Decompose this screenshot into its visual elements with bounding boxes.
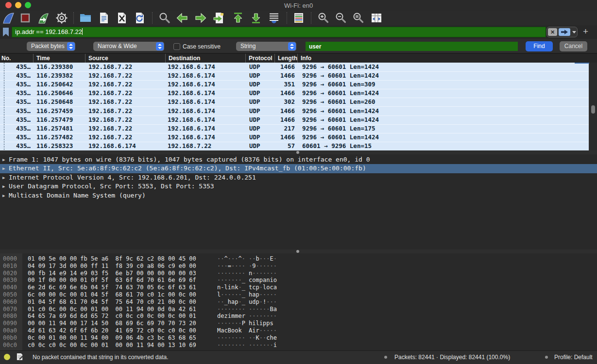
capture-stop-icon[interactable] <box>19 12 32 24</box>
expert-info-icon[interactable] <box>4 354 10 360</box>
detail-row[interactable]: ▶Frame 1: 1047 bytes on wire (8376 bits)… <box>0 155 597 164</box>
pane-splitter[interactable] <box>0 150 597 154</box>
scrollbar-thumb[interactable] <box>591 105 595 114</box>
zoom-in-icon[interactable] <box>317 12 329 24</box>
cell-protocol: UDP <box>249 98 271 106</box>
cell-info: 9296 → 60601 Len=1424 <box>302 89 586 98</box>
cell-protocol: UDP <box>249 142 271 150</box>
expand-triangle-icon[interactable]: ▶ <box>2 155 5 164</box>
column-header-source[interactable]: Source <box>85 54 165 63</box>
cell-destination: 192.168.6.174 <box>168 107 240 116</box>
hex-row[interactable]: 00a04d 61 63 42 6f 6f 6b 20 41 69 72 c0 … <box>0 327 597 334</box>
go-last-icon[interactable] <box>250 12 262 24</box>
search-type-select[interactable]: String <box>236 42 296 51</box>
packet-row[interactable]: 435…116.239380192.168.7.22192.168.6.174U… <box>0 63 589 72</box>
zoom-out-icon[interactable] <box>334 12 347 24</box>
column-header-info[interactable]: Info <box>297 54 589 63</box>
hex-row[interactable]: 00b00c 00 01 00 00 11 94 00 09 06 4b c3 … <box>0 334 597 342</box>
search-width-select[interactable]: Narrow & Wide <box>93 42 164 51</box>
packet-row[interactable]: 435…116.257479192.168.7.22192.168.6.174U… <box>0 116 589 125</box>
hex-offset: 0040 <box>3 284 17 291</box>
packet-row[interactable]: 435…116.257482192.168.7.22192.168.6.174U… <box>0 133 589 142</box>
cell-source: 192.168.7.22 <box>88 71 161 80</box>
hex-row[interactable]: 006001 04 5f 68 61 70 04 5f 75 64 70 c0 … <box>0 298 597 306</box>
expand-triangle-icon[interactable]: ▶ <box>2 164 5 173</box>
detail-row-selected[interactable]: ▶Ethernet II, Src: 5e:a6:8f:9c:62:c2 (5e… <box>0 164 597 173</box>
filter-clear-button[interactable]: ✕ <box>548 28 557 36</box>
hex-ascii: dezimmer ········ <box>217 313 277 320</box>
expand-triangle-icon[interactable]: ▶ <box>2 182 5 191</box>
hex-row[interactable]: 00506c 00 00 0c 00 01 04 5f 68 61 70 c0 … <box>0 291 597 298</box>
pane-splitter[interactable] <box>0 249 597 253</box>
packet-list-scrollbar[interactable] <box>589 63 597 150</box>
packet-row[interactable]: 435…116.257459192.168.7.22192.168.6.174U… <box>0 107 589 116</box>
window-title: Wi-Fi: en0 <box>0 2 597 9</box>
go-back-icon[interactable] <box>176 12 188 24</box>
hex-row[interactable]: 001004 09 17 3d 00 00 ff 11 f8 39 c0 a8 … <box>0 263 597 270</box>
go-to-packet-icon[interactable] <box>213 12 225 24</box>
packet-bytes-pane[interactable]: 000001 00 5e 00 00 fb 5e a6 8f 9c 62 c2 … <box>0 253 597 350</box>
detail-text: Ethernet II, Src: 5e:a6:8f:9c:62:c2 (5e:… <box>9 165 366 172</box>
detail-row[interactable]: ▶Multicast Domain Name System (query) <box>0 191 597 200</box>
search-scope-select[interactable]: Packet bytes <box>27 42 75 51</box>
go-forward-icon[interactable] <box>194 12 207 24</box>
hex-bytes: 00 fb 14 e9 14 e9 03 f5 6e b7 00 00 00 0… <box>28 270 196 277</box>
resize-columns-icon[interactable] <box>370 12 383 24</box>
save-file-icon[interactable] <box>98 12 110 24</box>
profile-indicator[interactable]: Profile: Default <box>554 354 593 361</box>
expand-triangle-icon[interactable]: ▶ <box>2 191 5 200</box>
column-header-protocol[interactable]: Protocol <box>245 54 274 63</box>
hex-row[interactable]: 00406e 2d 6c 69 6e 6b 04 5f 74 63 70 05 … <box>0 284 597 291</box>
capture-start-icon[interactable] <box>2 12 15 24</box>
column-header-no[interactable]: No. <box>0 54 33 63</box>
find-packet-icon[interactable] <box>158 12 171 24</box>
hex-row[interactable]: 003000 1f 00 00 00 01 0f 5f 63 6f 6d 70 … <box>0 277 597 284</box>
capture-options-icon[interactable] <box>55 12 68 24</box>
cell-no: 435… <box>0 98 31 106</box>
column-header-destination[interactable]: Destination <box>165 54 245 63</box>
packet-row[interactable]: 435…116.250646192.168.7.22192.168.6.174U… <box>0 89 589 98</box>
filter-dropdown-caret[interactable] <box>572 31 576 33</box>
packet-row[interactable]: 435…116.250648192.168.7.22192.168.6.174U… <box>0 98 589 107</box>
zoom-reset-icon[interactable] <box>352 12 364 24</box>
auto-scroll-icon[interactable] <box>268 12 280 24</box>
find-button[interactable]: Find <box>526 41 553 51</box>
hex-offset: 0090 <box>3 320 17 327</box>
hex-row[interactable]: 007001 c0 0c 00 0c 00 01 00 00 11 94 00 … <box>0 306 597 313</box>
detail-row[interactable]: ▶User Datagram Protocol, Src Port: 5353,… <box>0 182 597 191</box>
capture-restart-icon[interactable] <box>37 12 50 24</box>
cancel-button[interactable]: Cancel <box>560 41 587 51</box>
hex-bytes: 01 04 5f 68 61 70 04 5f 75 64 70 c0 21 0… <box>28 298 196 306</box>
hex-row[interactable]: 008064 65 7a 69 6d 6d 65 72 c0 0c c0 0c … <box>0 313 597 320</box>
close-file-icon[interactable] <box>116 12 128 24</box>
open-file-icon[interactable] <box>79 12 92 24</box>
packet-list[interactable]: 435…116.258323192.168.6.174192.168.7.22U… <box>0 63 597 150</box>
filter-apply-button[interactable] <box>559 28 570 36</box>
filter-add-button[interactable]: + <box>583 26 588 37</box>
packet-row[interactable]: 435…116.258323192.168.6.174192.168.7.22U… <box>0 142 589 151</box>
capture-comment-icon[interactable] <box>16 353 23 361</box>
packet-row[interactable]: 435…116.239382192.168.7.22192.168.6.174U… <box>0 71 589 81</box>
display-filter-input[interactable]: ip.addr == 192.168.7.22 <box>12 27 546 37</box>
filter-bookmark-icon[interactable] <box>1 27 10 37</box>
detail-row[interactable]: ▶Internet Protocol Version 4, Src: 192.1… <box>0 173 597 182</box>
packet-row[interactable]: 435…116.250642192.168.7.22192.168.6.174U… <box>0 80 589 89</box>
find-input[interactable]: user <box>306 42 518 51</box>
column-header-time[interactable]: Time <box>33 54 85 63</box>
hex-row[interactable]: 009000 00 11 94 00 17 14 50 68 69 6c 69 … <box>0 320 597 327</box>
expand-triangle-icon[interactable]: ▶ <box>2 173 5 182</box>
cell-length: 1466 <box>274 89 295 98</box>
toolbar-separator <box>152 12 153 24</box>
reload-file-icon[interactable] <box>134 12 146 24</box>
cell-source: 192.168.6.174 <box>88 142 161 150</box>
case-sensitive-checkbox[interactable] <box>173 43 180 50</box>
hex-row[interactable]: 000001 00 5e 00 00 fb 5e a6 8f 9c 62 c2 … <box>0 255 597 263</box>
go-first-icon[interactable] <box>232 12 244 24</box>
hex-row[interactable]: 002000 fb 14 e9 14 e9 03 f5 6e b7 00 00 … <box>0 270 597 277</box>
colorize-packets-icon[interactable] <box>292 12 305 24</box>
packet-row[interactable]: 435…116.257481192.168.7.22192.168.6.174U… <box>0 124 589 133</box>
packet-details-pane[interactable]: ▶Frame 1: 1047 bytes on wire (8376 bits)… <box>0 154 597 249</box>
hex-row[interactable]: 00c0c0 0c c0 0c 00 0c 00 01 00 00 11 94 … <box>0 342 597 349</box>
cell-no: 435… <box>0 71 31 80</box>
column-header-length[interactable]: Length <box>274 54 297 63</box>
